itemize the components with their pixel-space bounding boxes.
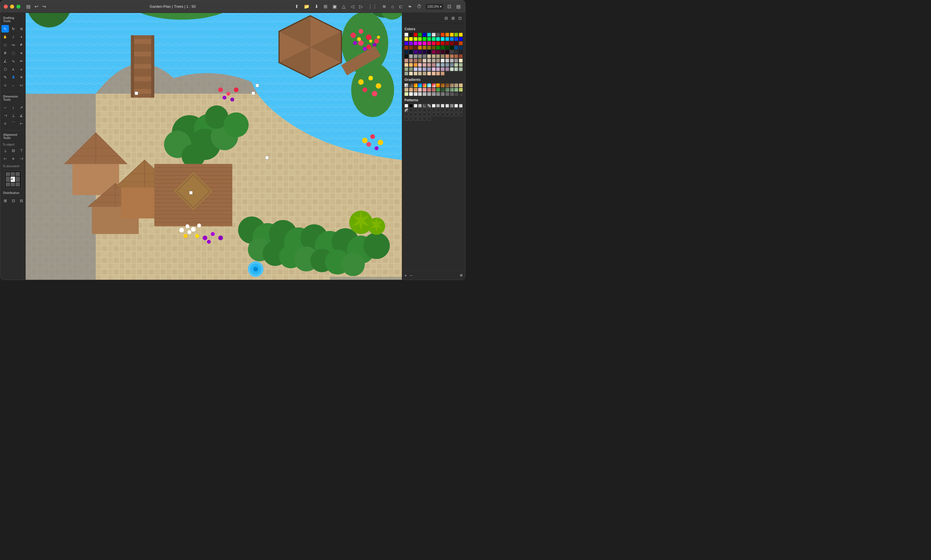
color-swatch-106[interactable] xyxy=(414,67,417,71)
pattern-swatch-42[interactable] xyxy=(418,117,422,121)
color-swatch-26[interactable] xyxy=(405,42,408,45)
gradient-swatch-11[interactable] xyxy=(454,83,458,87)
color-swatch-49[interactable] xyxy=(450,46,454,49)
color-swatch-19[interactable] xyxy=(432,37,435,41)
add-swatch-button[interactable]: + xyxy=(405,273,407,278)
zoom-control[interactable]: 100.0% ▾ xyxy=(425,4,443,9)
pattern-swatch-4[interactable] xyxy=(423,104,426,108)
color-swatch-70[interactable] xyxy=(427,54,431,58)
settings-icon[interactable]: ⚙ xyxy=(460,273,463,277)
color-swatch-96[interactable] xyxy=(427,63,431,67)
color-swatch-4[interactable] xyxy=(423,33,426,37)
color-swatch-37[interactable] xyxy=(454,42,458,45)
color-swatch-114[interactable] xyxy=(450,67,454,71)
gradient-swatch-29[interactable] xyxy=(418,92,422,96)
color-swatch-115[interactable] xyxy=(454,67,458,71)
color-swatch-116[interactable] xyxy=(459,67,463,71)
color-swatch-123[interactable] xyxy=(432,72,435,75)
color-swatch-101[interactable] xyxy=(450,63,454,67)
angle-tool[interactable]: ∠ xyxy=(2,57,9,65)
pattern-swatch-25[interactable] xyxy=(459,108,463,112)
color-swatch-73[interactable] xyxy=(441,54,445,58)
pattern-swatch-33[interactable] xyxy=(436,112,440,116)
close-button[interactable] xyxy=(4,5,8,9)
leaf-icon[interactable]: ❧ xyxy=(407,3,413,10)
pattern-swatch-2[interactable] xyxy=(414,104,417,108)
pattern-swatch-34[interactable] xyxy=(441,112,445,116)
color-swatch-23[interactable] xyxy=(450,37,454,41)
color-swatch-78[interactable] xyxy=(405,59,408,62)
pattern-swatch-26[interactable] xyxy=(405,112,408,116)
pattern-swatch-18[interactable] xyxy=(427,108,431,112)
color-swatch-90[interactable] xyxy=(459,59,463,62)
color-swatch-32[interactable] xyxy=(432,42,435,45)
undo-icon[interactable]: ↩ xyxy=(33,3,40,10)
pattern-swatch-16[interactable] xyxy=(418,108,422,112)
grid-icon[interactable]: ⊞ xyxy=(322,3,328,10)
pattern-swatch-38[interactable] xyxy=(459,112,463,116)
pattern-swatch-30[interactable] xyxy=(423,112,426,116)
color-swatch-11[interactable] xyxy=(454,33,458,37)
color-swatch-29[interactable] xyxy=(418,42,422,45)
pattern-swatch-36[interactable] xyxy=(450,112,454,116)
color-swatch-121[interactable] xyxy=(423,72,426,75)
color-swatch-69[interactable] xyxy=(423,54,426,58)
color-swatch-10[interactable] xyxy=(450,33,454,37)
xcross-tool[interactable]: ✕ xyxy=(18,73,25,81)
color-swatch-85[interactable] xyxy=(436,59,440,62)
fullscreen-icon[interactable]: ⊡ xyxy=(446,3,452,10)
line-tool[interactable]: / xyxy=(9,33,17,41)
color-swatch-40[interactable] xyxy=(409,46,413,49)
wave-tool[interactable]: ∿ xyxy=(9,57,17,65)
color-swatch-6[interactable] xyxy=(432,33,435,37)
export-icon[interactable]: ⬇ xyxy=(314,3,320,10)
color-swatch-113[interactable] xyxy=(445,67,449,71)
color-swatch-25[interactable] xyxy=(459,37,463,41)
gradient-swatch-7[interactable] xyxy=(436,83,440,87)
align-right-tool[interactable]: ⊣ xyxy=(18,155,25,162)
remove-swatch-button[interactable]: − xyxy=(410,273,412,278)
color-swatch-88[interactable] xyxy=(450,59,454,62)
minimize-button[interactable] xyxy=(10,5,14,9)
share-icon[interactable]: ⬆ xyxy=(294,3,300,10)
pattern-swatch-15[interactable] xyxy=(414,108,417,112)
color-swatch-74[interactable] xyxy=(445,54,449,58)
pattern-swatch-44[interactable] xyxy=(427,117,431,121)
pattern-swatch-43[interactable] xyxy=(423,117,426,121)
gradient-swatch-21[interactable] xyxy=(441,88,445,92)
gradient-swatch-28[interactable] xyxy=(414,92,417,96)
color-swatch-34[interactable] xyxy=(441,42,445,45)
panel-icon[interactable]: ▤ xyxy=(455,3,462,10)
color-swatch-100[interactable] xyxy=(445,63,449,67)
color-swatch-39[interactable] xyxy=(405,46,408,49)
gradient-swatch-34[interactable] xyxy=(441,92,445,96)
color-swatch-7[interactable] xyxy=(436,33,440,37)
color-swatch-77[interactable] xyxy=(459,54,463,58)
text-tool[interactable]: Aa xyxy=(9,41,17,49)
color-swatch-13[interactable] xyxy=(405,37,408,41)
magnify-tool[interactable]: ⌕ xyxy=(9,82,17,89)
color-swatch-81[interactable] xyxy=(418,59,422,62)
color-swatch-15[interactable] xyxy=(414,37,417,41)
arrange-icon[interactable]: ≋ xyxy=(381,3,387,10)
gradient-swatch-35[interactable] xyxy=(445,92,449,96)
color-swatch-103[interactable] xyxy=(459,63,463,67)
color-swatch-45[interactable] xyxy=(432,46,435,49)
color-swatch-1[interactable] xyxy=(409,33,413,37)
color-swatch-18[interactable] xyxy=(427,37,431,41)
gradient-swatch-25[interactable] xyxy=(459,88,463,92)
forward-icon[interactable]: ▷ xyxy=(358,3,364,10)
color-swatch-5[interactable] xyxy=(427,33,431,37)
canvas-area[interactable] xyxy=(26,13,402,280)
color-swatch-44[interactable] xyxy=(427,46,431,49)
ratio-tool[interactable]: 1:1 xyxy=(18,82,25,89)
rect-tool[interactable]: □ xyxy=(2,41,9,49)
color-swatch-24[interactable] xyxy=(454,37,458,41)
color-swatch-57[interactable] xyxy=(427,50,431,54)
color-swatch-41[interactable] xyxy=(414,46,417,49)
align-center-h-tool[interactable]: ≡ xyxy=(9,155,17,162)
color-swatch-28[interactable] xyxy=(414,42,417,45)
gradient-swatch-3[interactable] xyxy=(418,83,422,87)
arc-tool[interactable]: ⌀ xyxy=(18,65,25,73)
color-swatch-76[interactable] xyxy=(454,54,458,58)
